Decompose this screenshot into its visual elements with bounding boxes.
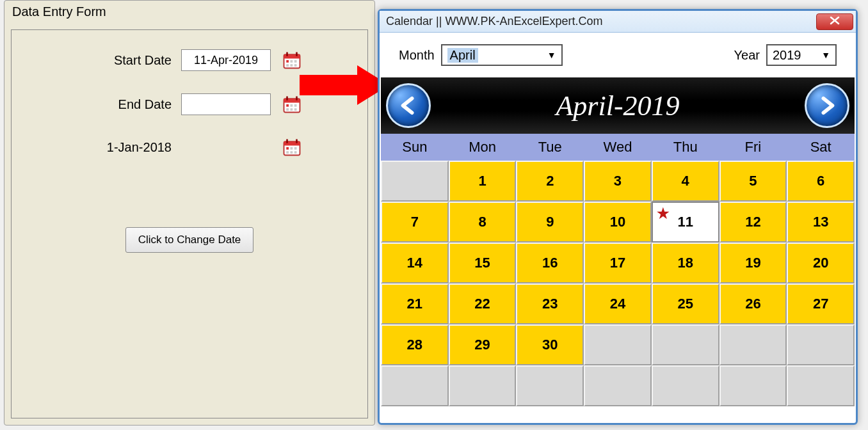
calendar-cell[interactable]: 2 [516,161,584,202]
calendar-cell [381,365,449,406]
calendar-grid: 12345678910★1112131415161718192021222324… [381,161,855,406]
next-month-button[interactable] [805,83,849,128]
calendar-cell [516,365,584,406]
calendar-cell[interactable]: 13 [787,202,855,243]
day-header: Sat [787,134,855,161]
static-date-text: 1-Jan-2018 [18,140,181,155]
year-value: 2019 [773,48,801,63]
calendar-cell [652,365,719,406]
calendar-window: Calendar || WWW.PK-AnExcelExpert.Com Mon… [378,9,858,425]
calendar-cell[interactable]: 8 [449,202,517,243]
calendar-titlebar: Calendar || WWW.PK-AnExcelExpert.Com [380,11,856,33]
calendar-icon[interactable] [282,138,301,157]
calendar-cell[interactable]: 29 [449,324,517,365]
calendar-cell[interactable]: 4 [652,161,719,202]
year-label: Year [734,48,760,63]
end-date-input[interactable] [181,93,271,115]
svg-rect-18 [291,108,293,111]
close-button[interactable] [816,13,853,30]
calendar-icon[interactable] [282,95,301,114]
chevron-down-icon: ▼ [547,50,556,60]
calendar-title: Calendar || WWW.PK-AnExcelExpert.Com [386,15,816,28]
calendar-cell[interactable]: 5 [719,161,787,202]
day-header: Fri [719,134,787,161]
svg-rect-12 [286,97,288,100]
svg-rect-13 [296,97,298,100]
month-select[interactable]: April ▼ [441,44,563,66]
svg-rect-23 [296,139,298,143]
calendar-cell[interactable]: 18 [652,243,719,283]
calendar-cell[interactable]: 26 [719,283,787,324]
calendar-cell[interactable]: 6 [787,161,855,202]
calendar-cell[interactable]: 22 [449,283,517,324]
calendar-controls: Month April ▼ Year 2019 ▼ [380,33,856,77]
calendar-cell[interactable]: 14 [381,243,449,283]
arrow-icon [300,65,389,105]
month-label: Month [399,48,435,63]
chevron-down-icon: ▼ [821,50,830,60]
svg-rect-28 [291,151,293,154]
static-date-row: 1-Jan-2018 [18,138,361,157]
calendar-cell [719,365,787,406]
calendar-cell[interactable]: 15 [449,243,517,283]
svg-rect-29 [294,151,297,154]
month-value: April [447,48,478,63]
calendar-cell[interactable]: 16 [516,243,584,283]
svg-marker-30 [300,65,389,105]
calendar-month-title: April-2019 [556,90,679,122]
calendar-cell[interactable]: 20 [787,243,855,283]
calendar-cell[interactable]: 3 [584,161,652,202]
svg-rect-3 [296,52,298,56]
day-header-row: Sun Mon Tue Wed Thu Fri Sat [381,134,855,161]
prev-month-button[interactable] [386,83,431,128]
svg-rect-6 [294,60,297,63]
svg-rect-9 [294,64,297,67]
calendar-cell[interactable]: 25 [652,283,719,324]
calendar-cell[interactable]: 30 [516,324,584,365]
calendar-cell[interactable]: ★11 [652,202,719,243]
calendar-cell[interactable]: 10 [584,202,652,243]
calendar-header: April-2019 [381,77,855,134]
start-date-label: Start Date [18,53,181,68]
calendar-cell[interactable]: 28 [381,324,449,365]
svg-rect-17 [286,108,289,111]
calendar-cell[interactable]: 19 [719,243,787,283]
svg-rect-19 [294,108,297,111]
svg-rect-15 [291,104,293,107]
svg-rect-2 [286,52,288,56]
svg-rect-7 [286,64,289,67]
calendar-cell[interactable]: 7 [381,202,449,243]
data-entry-form-window: Data Entry Form Start Date End Date 1-Ja… [4,0,375,426]
day-header: Mon [449,134,517,161]
calendar-icon[interactable] [282,51,301,70]
day-header: Sun [381,134,449,161]
svg-rect-24 [286,147,289,150]
calendar-cell[interactable]: 23 [516,283,584,324]
day-header: Thu [652,134,719,161]
close-icon [829,15,840,28]
change-date-button[interactable]: Click to Change Date [125,227,253,253]
svg-rect-4 [286,60,289,63]
calendar-cell[interactable]: 27 [787,283,855,324]
calendar-cell[interactable]: 17 [584,243,652,283]
year-select[interactable]: 2019 ▼ [766,44,837,66]
start-date-input[interactable] [181,49,271,71]
svg-rect-27 [286,151,289,154]
calendar-cell[interactable]: 1 [449,161,517,202]
calendar-cell [787,365,855,406]
svg-rect-5 [291,60,293,63]
svg-rect-16 [294,104,297,107]
day-header: Wed [584,134,652,161]
svg-rect-26 [294,147,297,150]
calendar-cell[interactable]: 12 [719,202,787,243]
calendar-cell[interactable]: 21 [381,283,449,324]
form-title: Data Entry Form [4,1,374,23]
calendar-cell[interactable]: 9 [516,202,584,243]
calendar-cell [381,161,449,202]
calendar-cell [719,324,787,365]
calendar-cell[interactable]: 24 [584,283,652,324]
star-icon: ★ [657,205,670,222]
svg-rect-14 [286,104,289,107]
calendar-cell [787,324,855,365]
calendar-cell [449,365,517,406]
